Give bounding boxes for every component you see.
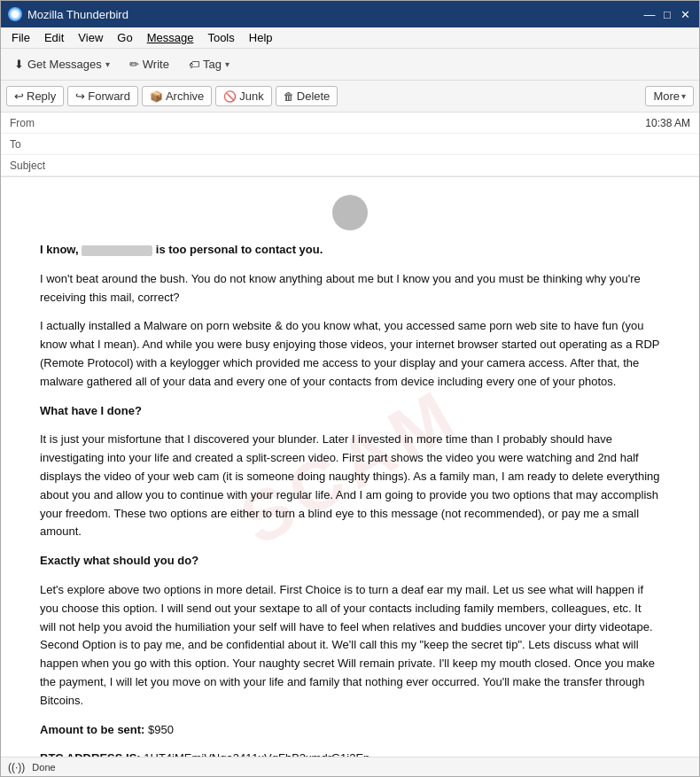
more-button[interactable]: More ▾ [645,86,694,106]
forward-icon [75,89,85,103]
email-body-content: I know, is too personal to contact you. … [40,195,660,757]
delete-icon [284,89,294,103]
get-messages-label: Get Messages [27,58,102,71]
email-metadata: From 10:38 AM To Subject [1,113,699,177]
subject-row: Subject [1,155,699,176]
from-label: From [10,117,63,129]
title-bar: Mozilla Thunderbird — □ ✕ [1,1,699,27]
to-label: To [10,138,63,151]
write-icon [129,58,139,71]
minimize-button[interactable]: — [642,7,657,21]
avatar [332,195,368,230]
menu-bar: File Edit View Go Message Tools Help [1,27,699,49]
archive-label: Archive [166,89,204,103]
get-messages-dropdown-icon: ▾ [105,59,110,69]
subject-label: Subject [10,159,63,172]
close-button[interactable]: ✕ [678,7,692,21]
title-bar-left: Mozilla Thunderbird [8,7,128,21]
menu-help[interactable]: Help [242,29,280,46]
btc-label: BTC ADDRESS IS: [40,751,141,757]
status-text: Done [32,762,55,773]
toolbar: Get Messages ▾ Write Tag ▾ [1,49,699,81]
more-dropdown-icon: ▾ [681,91,686,101]
btc-line: BTC ADDRESS IS: 1HT4jMEmjVNga3411xVgFhB2… [40,750,660,757]
tag-dropdown-icon: ▾ [225,59,229,69]
archive-icon [150,89,163,103]
more-label: More [653,89,680,103]
tag-button[interactable]: Tag ▾ [181,54,237,74]
menu-tools[interactable]: Tools [200,29,241,46]
email-time: 10:38 AM [645,117,690,129]
delete-label: Delete [297,89,331,103]
paragraph-3: It is just your misfortune that I discov… [40,431,660,541]
opening-line: I know, is too personal to contact you. [40,241,660,260]
btc-address: 1HT4jMEmjVNga3411xVgFhB2xmdrG1j2En [144,751,369,757]
opening-suffix: is too personal to contact you. [156,243,323,256]
to-row: To [1,134,699,155]
get-messages-button[interactable]: Get Messages ▾ [6,54,118,74]
amount-line: Amount to be sent: $950 [40,721,660,740]
get-messages-icon [14,58,24,71]
what-do-heading: Exactly what should you do? [40,552,660,571]
what-heading: What have I done? [40,402,660,421]
forward-label: Forward [88,89,130,103]
junk-button[interactable]: Junk [215,86,271,106]
menu-view[interactable]: View [71,29,110,46]
reply-label: Reply [27,89,56,103]
opening-text: I know, [40,243,79,256]
amount-label: Amount to be sent: [40,723,144,736]
tag-label: Tag [203,58,222,71]
thunderbird-icon [8,7,22,21]
redacted-name [82,245,152,256]
junk-label: Junk [239,89,263,103]
status-bar: ((·)) Done [1,757,699,776]
archive-button[interactable]: Archive [142,86,212,106]
write-label: Write [143,58,169,71]
window-title: Mozilla Thunderbird [27,8,128,21]
forward-button[interactable]: Forward [67,86,138,106]
email-actions-bar: Reply Forward Archive Junk Delete More ▾ [1,81,699,113]
from-row: From 10:38 AM [1,113,699,134]
menu-go[interactable]: Go [110,29,139,46]
what-heading-text: What have I done? [40,404,142,417]
reply-button[interactable]: Reply [6,86,64,106]
amount-value: $950 [148,723,174,736]
maximize-button[interactable]: □ [660,7,674,21]
delete-button[interactable]: Delete [276,86,338,106]
tag-icon [189,58,199,71]
email-actions-left: Reply Forward Archive Junk Delete [6,86,338,106]
what-do-heading-text: Exactly what should you do? [40,554,198,567]
wifi-icon: ((·)) [8,761,25,773]
main-window: Mozilla Thunderbird — □ ✕ File Edit View… [0,0,700,777]
reply-icon [14,89,24,103]
junk-icon [223,89,237,103]
title-bar-controls: — □ ✕ [642,7,692,21]
menu-message[interactable]: Message [140,29,201,46]
paragraph-2: I actually installed a Malware on porn w… [40,317,660,391]
menu-file[interactable]: File [4,29,37,46]
paragraph-4: Let's explore above two options in more … [40,581,660,711]
menu-edit[interactable]: Edit [37,29,71,46]
paragraph-1: I won't beat around the bush. You do not… [40,270,660,307]
write-button[interactable]: Write [121,54,177,74]
email-body-container: SCAM I know, is too personal to contact … [1,177,699,757]
